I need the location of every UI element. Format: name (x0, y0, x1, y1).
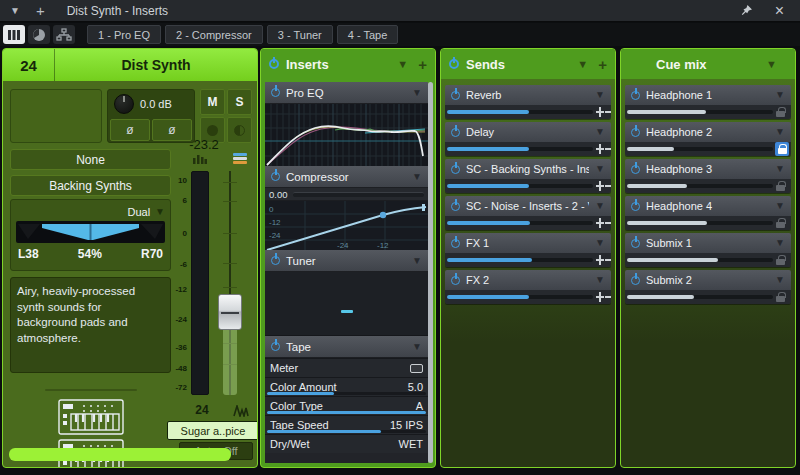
fader-handle[interactable] (218, 294, 242, 330)
waveform-icon[interactable] (233, 405, 249, 417)
pan-view-icon[interactable] (28, 25, 50, 44)
device-pro-eq[interactable]: Pro EQ ▼ (265, 82, 428, 104)
chevron-down-icon[interactable]: ▼ (577, 59, 588, 70)
close-icon[interactable]: × (775, 3, 784, 19)
prefader-toggle-icon[interactable] (596, 144, 606, 154)
track-notes[interactable]: Airy, heavily-processed synth sounds for… (10, 277, 171, 373)
solo-button[interactable]: S (227, 89, 252, 115)
cue-level-slider[interactable] (625, 253, 791, 267)
chevron-down-icon[interactable]: ▼ (775, 201, 785, 211)
prefader-toggle-icon[interactable] (596, 292, 606, 302)
power-icon[interactable] (269, 59, 279, 69)
power-icon[interactable] (631, 165, 640, 174)
cue-item[interactable]: Headphone 4▼ (625, 196, 791, 230)
send-level-slider[interactable] (445, 290, 611, 304)
tape-param-color-amount[interactable]: Color Amount 5.0 (265, 377, 428, 396)
mute-button[interactable]: M (200, 89, 225, 115)
window-menu-caret-icon[interactable]: ▼ (10, 5, 20, 16)
prefader-toggle-icon[interactable] (596, 255, 606, 265)
cue-item[interactable]: Headphone 3▼ (625, 159, 791, 193)
cue-item[interactable]: Submix 1▼ (625, 233, 791, 267)
power-icon[interactable] (631, 239, 640, 248)
device-tape[interactable]: Tape ▼ (265, 336, 428, 358)
meter-display-icon[interactable] (410, 364, 423, 373)
power-icon[interactable] (451, 165, 460, 174)
tape-param-color-type[interactable]: Color Type A (265, 396, 428, 415)
send-level-slider[interactable] (445, 105, 611, 119)
power-icon[interactable] (631, 202, 640, 211)
prefader-toggle-icon[interactable] (596, 181, 606, 191)
tab-tuner[interactable]: 3 - Tuner (267, 25, 333, 44)
gain-knob[interactable] (114, 94, 134, 114)
cue-level-slider[interactable] (625, 179, 791, 193)
group-select-button[interactable]: Backing Synths (10, 175, 171, 196)
chevron-down-icon[interactable]: ▼ (775, 90, 785, 100)
compressor-curve-graph[interactable]: 0 -12 -24 -24 -12 (265, 201, 428, 250)
peak-meter-value[interactable]: -23.2 (171, 137, 237, 152)
pan-left-value[interactable]: L38 (18, 247, 39, 261)
prefader-toggle-icon[interactable] (596, 107, 606, 117)
add-insert-button[interactable]: + (418, 57, 427, 72)
chevron-down-icon[interactable]: ▼ (595, 164, 605, 174)
power-icon[interactable] (631, 91, 640, 100)
power-icon[interactable] (271, 342, 280, 351)
send-level-slider[interactable] (445, 179, 611, 193)
routing-view-icon[interactable] (53, 25, 75, 44)
channel-name[interactable]: Dist Synth (55, 49, 257, 81)
send-item[interactable]: Reverb▼ (445, 85, 611, 119)
device-tuner[interactable]: Tuner ▼ (265, 250, 428, 272)
pan-center-value[interactable]: 54% (78, 247, 102, 261)
send-item[interactable]: FX 2▼ (445, 270, 611, 304)
chevron-down-icon[interactable]: ▼ (775, 275, 785, 285)
prefader-toggle-icon[interactable] (596, 218, 606, 228)
cue-item[interactable]: Headphone 1▼ (625, 85, 791, 119)
power-icon[interactable] (631, 276, 640, 285)
send-item[interactable]: SC - Noise - Inserts - 2 - V..oder▼ (445, 196, 611, 230)
send-item[interactable]: Delay▼ (445, 122, 611, 156)
chevron-down-icon[interactable]: ▼ (775, 238, 785, 248)
add-send-button[interactable]: + (598, 57, 607, 72)
input-select-button[interactable]: None (10, 149, 171, 170)
lock-icon[interactable] (775, 179, 789, 193)
channel-header[interactable]: 24 Dist Synth (3, 49, 257, 81)
chevron-down-icon[interactable]: ▼ (412, 172, 422, 182)
chevron-down-icon[interactable]: ▼ (766, 59, 777, 70)
power-icon[interactable] (451, 91, 460, 100)
chevron-down-icon[interactable]: ▼ (155, 207, 165, 217)
tape-param-tape-speed[interactable]: Tape Speed 15 IPS (265, 415, 428, 434)
send-item[interactable]: FX 1▼ (445, 233, 611, 267)
power-icon[interactable] (451, 128, 460, 137)
tab-pro-eq[interactable]: 1 - Pro EQ (87, 25, 161, 44)
cue-level-slider[interactable] (625, 142, 791, 156)
lock-icon[interactable] (775, 142, 789, 156)
layers-icon[interactable] (233, 153, 247, 165)
pin-icon[interactable] (740, 4, 753, 17)
send-level-slider[interactable] (445, 253, 611, 267)
channel-strip-view-icon[interactable] (3, 25, 25, 44)
power-icon[interactable] (451, 239, 460, 248)
cue-level-slider[interactable] (625, 105, 791, 119)
chevron-down-icon[interactable]: ▼ (595, 238, 605, 248)
power-icon[interactable] (451, 276, 460, 285)
input-source-box[interactable] (10, 89, 102, 143)
cue-item[interactable]: Headphone 2▼ (625, 122, 791, 156)
cue-level-slider[interactable] (625, 216, 791, 230)
rack-scrollbar[interactable] (428, 82, 433, 463)
tab-compressor[interactable]: 2 - Compressor (165, 25, 263, 44)
chevron-down-icon[interactable]: ▼ (412, 88, 422, 98)
eq-curve-graph[interactable] (265, 104, 428, 166)
cue-item[interactable]: Submix 2▼ (625, 270, 791, 304)
device-compressor[interactable]: Compressor ▼ (265, 166, 428, 188)
power-icon[interactable] (271, 172, 280, 181)
lock-icon[interactable] (775, 290, 789, 304)
tape-param-dry-wet[interactable]: Dry/Wet WET (265, 434, 428, 453)
cue-level-slider[interactable] (625, 290, 791, 304)
pan-mode-label[interactable]: Dual (127, 206, 150, 218)
chevron-down-icon[interactable]: ▼ (595, 127, 605, 137)
power-icon[interactable] (271, 256, 280, 265)
meter-bars-icon[interactable] (193, 154, 207, 164)
power-icon[interactable] (631, 128, 640, 137)
send-item[interactable]: SC - Backing Synths - Inser..eter▼ (445, 159, 611, 193)
lock-icon[interactable] (775, 216, 789, 230)
chevron-down-icon[interactable]: ▼ (595, 90, 605, 100)
